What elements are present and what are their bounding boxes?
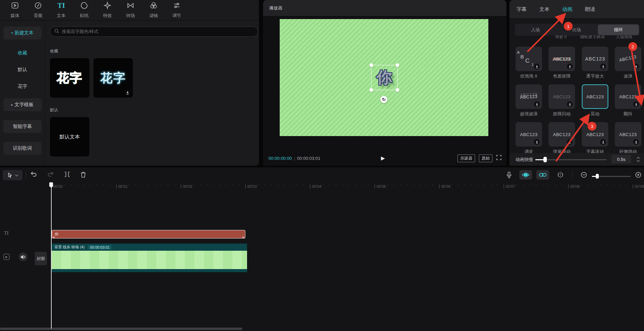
speed-slider-handle[interactable] [543,157,547,162]
chevron-down-icon [15,174,18,177]
tab-audio[interactable]: 音频 [29,1,48,19]
sidebar-item-favorites[interactable]: 收藏 [3,50,41,56]
preview-text-overlay[interactable]: 你 [377,67,392,88]
anim-tile-glitch-flash[interactable]: ABC123 [549,84,575,109]
undo-button[interactable] [30,171,37,179]
anim-tile-chromatic-glitch[interactable]: ABC123 [549,47,575,71]
anim-tile-wave[interactable]: ABC123 [615,47,641,71]
download-icon [534,139,540,145]
sticker-icon [80,1,88,10]
resize-handle[interactable] [396,88,399,92]
sidebar-item-lyrics-recognition[interactable]: 识别歌词 [3,142,41,155]
split-button[interactable]: ][ [64,171,70,178]
zoom-in-icon[interactable] [635,171,642,180]
link-clips-toggle[interactable] [536,170,549,180]
video-clip-duration: 00:00:03:01 [88,245,112,250]
tab-text[interactable]: TI 文本 [52,1,71,19]
select-tool-button[interactable] [3,170,22,180]
total-duration: 00:00:03:01 [297,156,320,161]
subtab-loop[interactable]: 循环 [598,24,639,35]
anim-tile-playful[interactable]: ABC123 [516,122,542,147]
play-button[interactable]: ▶ [381,155,385,161]
preview-axis-toggle[interactable] [519,170,532,180]
mirror-split-icon[interactable] [557,171,564,180]
redo-button[interactable] [47,171,54,179]
anim-tile-blow-bubbles[interactable]: ABC1 [516,47,542,71]
resize-handle[interactable] [369,63,373,67]
speed-value[interactable]: 0.5s [611,155,631,164]
resize-handle[interactable] [369,88,373,92]
anim-tile-slight-bounce[interactable]: ABC123 [615,122,641,147]
zoom-out-icon[interactable] [580,171,587,180]
search-placeholder: 搜索花字颜色/样式 [62,29,99,35]
anim-preview: ABC123 [520,94,538,100]
original-ratio-button[interactable]: 原始 [479,154,492,162]
tab-transition[interactable]: 转场 [121,1,140,19]
player-panel: 播放器 你 ↻ 00:00:00:00 | 00:00:03:01 ▶ 示波器 … [263,0,506,166]
subtab-in[interactable]: 入场 [515,24,556,36]
anim-tile-spring[interactable]: ABC123 [549,122,575,147]
caret-down-icon: ▾ [11,31,13,35]
huazi-style-tile[interactable]: 花字 [93,58,133,98]
tab-captions[interactable]: 字幕 [517,6,527,13]
tab-read-aloud[interactable]: 朗读 [585,6,595,13]
tab-transition-label: 转场 [126,13,135,19]
anim-tile-super-wave[interactable]: ABC123 [516,84,542,109]
media-icon [11,1,19,10]
download-icon [633,101,639,107]
tab-text-props[interactable]: 文本 [539,6,550,13]
anim-tile-shake-selected[interactable]: ABC123 [582,84,608,109]
tab-adjust[interactable]: 调节 [167,1,186,19]
oscilloscope-button[interactable]: 示波器 [457,154,475,162]
anim-preview: ABC123 [619,94,637,99]
huazi-style-tile[interactable]: 花字 [50,58,89,98]
sliders-icon [173,1,181,10]
rotate-handle[interactable]: ↻ [380,96,387,103]
delete-button[interactable] [80,171,86,179]
tab-media[interactable]: 媒体 [5,1,24,19]
sidebar-item-new-text[interactable]: ▾ 新建文本 [3,27,41,39]
cover-button[interactable]: 封面 [35,252,47,265]
annotation-badge-1: 1 [564,22,573,31]
speed-stepper[interactable] [637,155,640,164]
fullscreen-icon[interactable] [496,155,502,162]
anim-tile-tremble[interactable]: ABC123 [615,84,641,109]
search-input[interactable]: 搜索花字颜色/样式 [50,27,258,37]
venn-icon [150,1,158,10]
sidebar-item-text-template[interactable]: ▸ 文字模板 [3,98,41,111]
video-preview[interactable]: 你 ↻ [280,19,488,136]
main-toolbar: 媒体 音频 TI 文本 贴纸 特效 转场 [0,0,259,20]
cursor-icon [7,172,13,178]
timeline-zoom-handle[interactable] [596,174,599,179]
mute-track-icon[interactable] [19,252,28,261]
timeline-panel: ][ 00:00 00:01 00:02 00:03 00:04 00:05 0… [0,167,644,331]
record-voiceover-button[interactable] [506,171,512,180]
timeline-scrollbar[interactable] [0,328,242,330]
download-icon [534,101,540,107]
sidebar-item-default[interactable]: 默认 [3,67,41,73]
playhead[interactable] [49,182,53,187]
anim-tile-letter-zoom[interactable]: ABC123 [582,47,608,71]
clipped-label-row: 弹射 II 随机逐字跳动 入场泡泡 [509,35,644,41]
current-time: 00:00:00:00 [268,156,292,161]
text-selection-box[interactable]: 你 [371,65,398,90]
timeline-ruler[interactable]: 00:00 00:01 00:02 00:03 00:04 00:05 00:0… [0,184,644,190]
search-icon [54,29,59,35]
resize-handle[interactable] [396,63,399,67]
tab-filter[interactable]: 滤镜 [144,1,163,19]
sidebar-item-smart-captions[interactable]: 智能字幕 [3,120,41,133]
tab-effects[interactable]: 特效 [98,1,117,19]
sidebar-item-huazi[interactable]: 花字 [3,83,41,89]
video-clip-header[interactable]: 背景 线条 转场 (4) 00:00:03:01 [52,244,247,251]
tab-sticker[interactable]: 贴纸 [75,1,94,19]
track-expand-icon[interactable]: ▶ [3,254,10,260]
video-clip-filmstrip[interactable] [52,251,247,269]
download-icon [600,139,606,145]
anim-preview: ABC1 [522,55,535,62]
animation-subtabs: 入场 出场 循环 [515,24,640,36]
default-text-tile[interactable]: 默认文本 [50,117,89,156]
subtab-out[interactable]: 出场 [556,24,597,36]
text-clip[interactable]: 你 [52,230,245,238]
player-controls: 00:00:00:00 | 00:00:03:01 ▶ 示波器 原始 [263,153,506,163]
tab-animation[interactable]: 动画 [562,6,572,13]
